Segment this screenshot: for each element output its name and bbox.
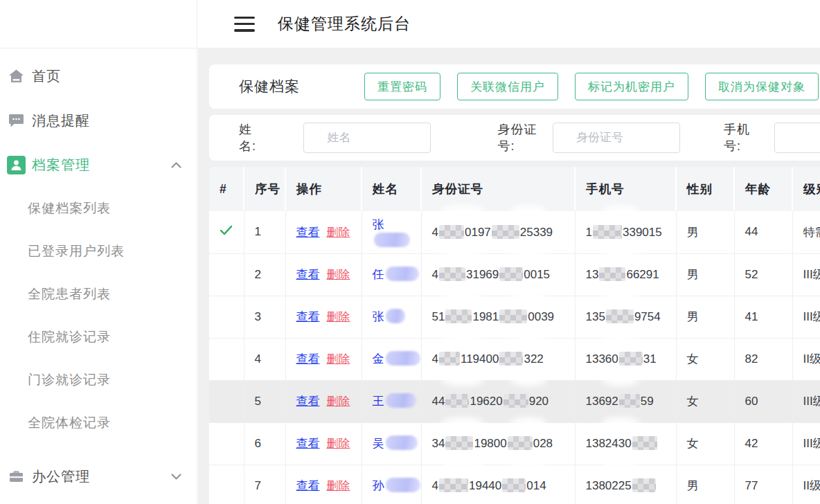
view-link[interactable]: 查看 bbox=[296, 268, 320, 281]
sidebar-item-archives[interactable]: 档案管理 bbox=[0, 143, 197, 187]
sidebar-subitem-logged-in-users[interactable]: 已登录用户列表 bbox=[0, 230, 197, 273]
row-check-cell[interactable] bbox=[209, 380, 244, 422]
view-link[interactable]: 查看 bbox=[296, 437, 320, 450]
page-title: 保健档案 bbox=[209, 77, 364, 96]
row-seq: 4 bbox=[244, 338, 285, 380]
row-gender: 男 bbox=[676, 296, 734, 338]
name-redaction-block bbox=[386, 435, 418, 450]
view-link[interactable]: 查看 bbox=[296, 310, 320, 323]
row-phone: 1336031 bbox=[575, 338, 676, 380]
row-level: II级 bbox=[792, 465, 820, 504]
table-row[interactable]: 7查看删除孙4194400141380225男77II级 bbox=[209, 465, 820, 504]
row-check-cell[interactable] bbox=[209, 253, 244, 296]
row-name: 金 bbox=[362, 338, 421, 380]
row-actions: 查看删除 bbox=[285, 422, 362, 465]
name-filter-label: 姓名: bbox=[239, 121, 260, 154]
row-level: III级 bbox=[792, 296, 820, 338]
row-check-cell[interactable] bbox=[209, 422, 244, 465]
records-table-card: # 序号 操作 姓名 身份证号 手机号 性别 年龄 级别 1查看删除张40197… bbox=[209, 167, 820, 504]
name-text: 王 bbox=[373, 395, 384, 408]
delete-link[interactable]: 删除 bbox=[327, 352, 350, 366]
redaction-block bbox=[439, 225, 464, 239]
view-link[interactable]: 查看 bbox=[296, 226, 320, 239]
view-link[interactable]: 查看 bbox=[296, 395, 320, 408]
name-redaction-block bbox=[386, 309, 405, 323]
link-wechat-user-button[interactable]: 关联微信用户 bbox=[457, 73, 558, 100]
row-age: 41 bbox=[734, 296, 792, 338]
main-area: 保健管理系统后台 保健档案 重置密码 关联微信用户 标记为机密用户 取消为保健对… bbox=[198, 0, 820, 504]
sidebar-subitem-physical-exam-records[interactable]: 全院体检记录 bbox=[0, 402, 197, 444]
records-table: # 序号 操作 姓名 身份证号 手机号 性别 年龄 级别 1查看删除张40197… bbox=[209, 167, 820, 504]
table-row[interactable]: 5查看删除王44196209201369259女60III级 bbox=[209, 380, 820, 422]
row-phone: 1369259 bbox=[575, 380, 676, 422]
id-filter-label: 身份证号: bbox=[497, 121, 538, 154]
check-icon bbox=[220, 225, 233, 235]
redaction-block bbox=[606, 309, 634, 323]
view-link[interactable]: 查看 bbox=[296, 479, 320, 492]
row-age: 42 bbox=[734, 422, 792, 465]
row-seq: 7 bbox=[244, 465, 285, 504]
sidebar-subitem-outpatient-records[interactable]: 门诊就诊记录 bbox=[0, 359, 197, 402]
sidebar-item-office[interactable]: 办公管理 bbox=[0, 454, 197, 498]
row-phone: 1382430 bbox=[575, 422, 676, 465]
row-gender: 女 bbox=[676, 422, 734, 465]
delete-link[interactable]: 删除 bbox=[327, 310, 350, 323]
user-badge-icon bbox=[7, 156, 26, 174]
row-gender: 男 bbox=[676, 465, 734, 504]
name-filter-input[interactable] bbox=[303, 123, 431, 153]
row-check-cell[interactable] bbox=[209, 465, 244, 504]
row-age: 60 bbox=[734, 380, 792, 422]
row-check-cell[interactable] bbox=[209, 211, 244, 253]
table-row[interactable]: 2查看删除任43196900151366291男52III级 bbox=[209, 253, 820, 296]
sidebar-subitem-inpatient-records[interactable]: 住院就诊记录 bbox=[0, 316, 197, 359]
redaction-block bbox=[439, 267, 465, 281]
row-check-cell[interactable] bbox=[209, 296, 244, 338]
redaction-block bbox=[502, 478, 526, 492]
id-filter-input[interactable] bbox=[553, 123, 680, 153]
table-row[interactable]: 3查看删除张51198100391359754男41III级 bbox=[209, 296, 820, 338]
row-id-number: 4419620920 bbox=[421, 380, 575, 422]
sidebar-subitem-all-patients[interactable]: 全院患者列表 bbox=[0, 273, 197, 316]
row-name: 吴 bbox=[362, 422, 421, 465]
col-phone: 手机号 bbox=[575, 167, 676, 211]
sidebar-item-messages[interactable]: 消息提醒 bbox=[0, 98, 197, 143]
name-redaction-block bbox=[386, 351, 420, 366]
row-actions: 查看删除 bbox=[285, 211, 362, 253]
delete-link[interactable]: 删除 bbox=[327, 395, 350, 408]
row-age: 77 bbox=[734, 465, 792, 504]
table-row[interactable]: 4查看删除金41194003221336031女82II级 bbox=[209, 338, 820, 380]
redaction-block bbox=[508, 436, 533, 450]
sidebar-item-label: 办公管理 bbox=[32, 467, 90, 486]
sidebar-item-home[interactable]: 首页 bbox=[0, 54, 197, 98]
row-gender: 男 bbox=[676, 253, 734, 296]
redaction-block bbox=[593, 225, 622, 239]
row-seq: 5 bbox=[244, 380, 285, 422]
briefcase-icon bbox=[7, 467, 26, 486]
delete-link[interactable]: 删除 bbox=[327, 479, 350, 492]
sidebar-subitem-health-archive-list[interactable]: 保健档案列表 bbox=[0, 187, 197, 230]
delete-link[interactable]: 删除 bbox=[327, 268, 350, 281]
row-check-cell[interactable] bbox=[209, 338, 244, 380]
name-text: 金 bbox=[373, 352, 384, 366]
name-text: 任 bbox=[373, 268, 384, 281]
filter-card: 姓名: 身份证号: 手机号: bbox=[209, 115, 820, 161]
reset-password-button[interactable]: 重置密码 bbox=[364, 73, 440, 100]
chevron-up-icon bbox=[171, 162, 181, 168]
table-row[interactable]: 6查看删除吴34198000281382430女42III级 bbox=[209, 422, 820, 465]
redaction-block bbox=[492, 225, 519, 239]
phone-filter-input[interactable] bbox=[774, 123, 820, 153]
view-link[interactable]: 查看 bbox=[296, 352, 320, 366]
row-seq: 3 bbox=[244, 296, 285, 338]
delete-link[interactable]: 删除 bbox=[327, 226, 350, 239]
redaction-block bbox=[619, 394, 640, 408]
row-id-number: 4319690015 bbox=[421, 253, 575, 296]
name-text: 张 bbox=[373, 310, 384, 323]
delete-link[interactable]: 删除 bbox=[327, 437, 350, 450]
menu-toggle-icon[interactable] bbox=[234, 17, 255, 32]
row-actions: 查看删除 bbox=[285, 380, 362, 422]
row-phone: 1380225 bbox=[575, 465, 676, 504]
cancel-healthcare-target-button[interactable]: 取消为保健对象 bbox=[705, 73, 819, 100]
mark-confidential-button[interactable]: 标记为机密用户 bbox=[575, 73, 688, 100]
table-row[interactable]: 1查看删除张40197253391339015男44特需 bbox=[209, 211, 820, 253]
app-title: 保健管理系统后台 bbox=[278, 13, 411, 35]
